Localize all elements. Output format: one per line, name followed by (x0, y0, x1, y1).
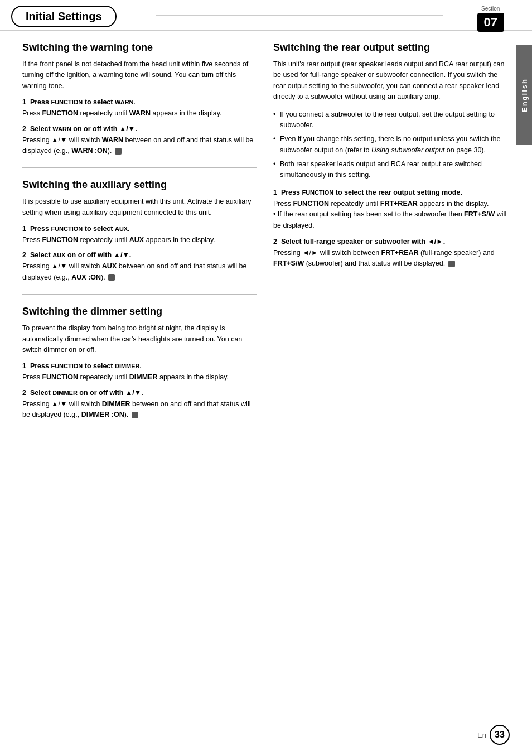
section-rear-output-title: Switching the rear output setting (273, 42, 507, 54)
step-rear-1: 1 Press FUNCTION to select the rear outp… (273, 189, 507, 231)
section-auxiliary-title: Switching the auxiliary setting (22, 179, 257, 191)
section-auxiliary-intro: It is possible to use auxiliary equipmen… (22, 196, 257, 218)
page-footer: En 33 (477, 725, 510, 745)
main-content: Switching the warning tone If the front … (0, 31, 532, 437)
step-warn-2: 2 Select WARN on or off with ▲/▼. Pressi… (22, 125, 257, 157)
section-auxiliary: Switching the auxiliary setting It is po… (22, 179, 257, 283)
stop-icon-2 (108, 274, 115, 281)
step-aux-2-heading: 2 Select AUX on or off with ▲/▼. (22, 251, 257, 259)
step-rear-2: 2 Select full-range speaker or subwoofer… (273, 238, 507, 269)
step-aux-1: 1 Press FUNCTION to select AUX. Press FU… (22, 225, 257, 245)
stop-icon (115, 148, 122, 155)
bullet-1: If you connect a subwoofer to the rear o… (273, 109, 507, 131)
step-dimmer-1-heading: 1 Press FUNCTION to select DIMMER. (22, 362, 257, 370)
left-column: Switching the warning tone If the front … (22, 42, 257, 426)
step-dimmer-1-body: Press FUNCTION repeatedly until DIMMER a… (22, 372, 257, 383)
step-aux-1-heading: 1 Press FUNCTION to select AUX. (22, 225, 257, 233)
section-rear-output-intro: This unit's rear output (rear speaker le… (273, 59, 507, 103)
rear-output-bullets: If you connect a subwoofer to the rear o… (273, 109, 507, 181)
page-number: 33 (490, 725, 510, 745)
step-aux-2-body: Pressing ▲/▼ will switch AUX between on … (22, 261, 257, 283)
section-warning-tone-title: Switching the warning tone (22, 42, 257, 54)
divider-1 (22, 167, 257, 168)
step-aux-2: 2 Select AUX on or off with ▲/▼. Pressin… (22, 251, 257, 283)
step-rear-1-body: Press FUNCTION repeatedly until FRT+REAR… (273, 199, 507, 231)
section-box: Section 07 (477, 6, 504, 32)
section-rear-output: Switching the rear output setting This u… (273, 42, 507, 269)
step-rear-1-heading: 1 Press FUNCTION to select the rear outp… (273, 189, 507, 196)
bullet-3: Both rear speaker leads output and RCA r… (273, 159, 507, 181)
header-divider (156, 15, 443, 16)
language-label: English (520, 78, 529, 112)
bullet-2: Even if you change this setting, there i… (273, 134, 507, 156)
step-aux-1-body: Press FUNCTION repeatedly until AUX appe… (22, 235, 257, 245)
section-warning-tone: Switching the warning tone If the front … (22, 42, 257, 156)
footer-en-label: En (477, 731, 486, 739)
step-warn-1-heading: 1 Press FUNCTION to select WARN. (22, 98, 257, 106)
section-label: Section (481, 6, 500, 12)
step-rear-2-heading: 2 Select full-range speaker or subwoofer… (273, 238, 507, 245)
section-warning-tone-intro: If the front panel is not detached from … (22, 59, 257, 92)
section-number: 07 (477, 13, 504, 32)
step-rear-2-body: Pressing ◄/► will switch between FRT+REA… (273, 248, 507, 269)
step-warn-2-heading: 2 Select WARN on or off with ▲/▼. (22, 125, 257, 133)
stop-icon-4 (448, 261, 455, 267)
step-warn-2-body: Pressing ▲/▼ will switch WARN between on… (22, 135, 257, 157)
step-warn-1: 1 Press FUNCTION to select WARN. Press F… (22, 98, 257, 119)
step-dimmer-2-body: Pressing ▲/▼ will switch DIMMER between … (22, 399, 257, 421)
right-column: Switching the rear output setting This u… (273, 42, 507, 426)
step-dimmer-2-heading: 2 Select DIMMER on or off with ▲/▼. (22, 389, 257, 397)
step-dimmer-2: 2 Select DIMMER on or off with ▲/▼. Pres… (22, 389, 257, 421)
step-warn-1-body: Press FUNCTION repeatedly until WARN app… (22, 108, 257, 119)
section-dimmer-title: Switching the dimmer setting (22, 306, 257, 317)
page-header: Initial Settings Section 07 (0, 0, 532, 31)
language-sidebar: English (516, 45, 532, 145)
stop-icon-3 (132, 412, 138, 418)
divider-2 (22, 294, 257, 295)
section-dimmer-intro: To prevent the display from being too br… (22, 323, 257, 355)
page-title: Initial Settings (11, 6, 117, 27)
step-dimmer-1: 1 Press FUNCTION to select DIMMER. Press… (22, 362, 257, 383)
section-dimmer: Switching the dimmer setting To prevent … (22, 306, 257, 420)
